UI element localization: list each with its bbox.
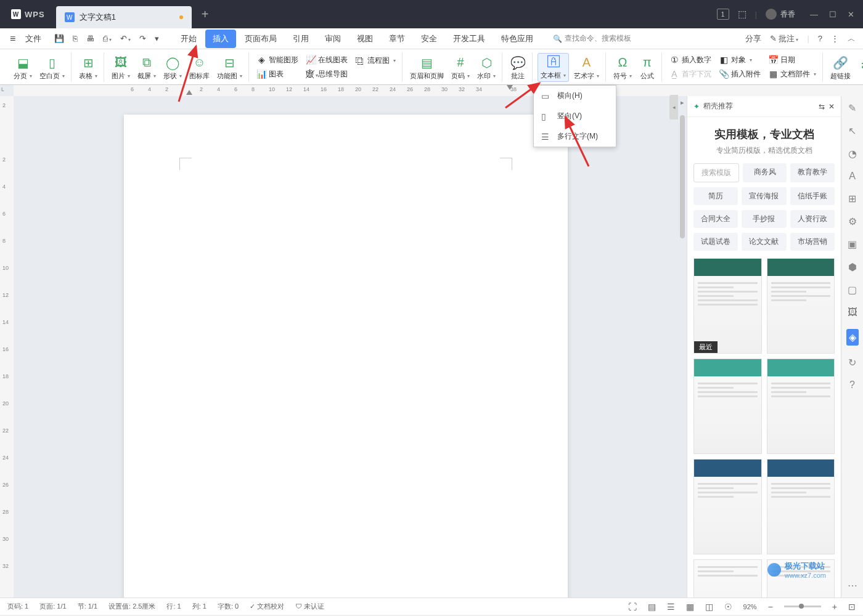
undo-icon[interactable]: ↶ bbox=[118, 32, 133, 45]
shapes-button[interactable]: ◯形状 bbox=[161, 54, 184, 82]
status-proof[interactable]: ✓ 文档校对 bbox=[250, 602, 284, 611]
scrollbar-vertical[interactable]: ▸ bbox=[678, 96, 687, 598]
view-web-icon[interactable]: ▦ bbox=[686, 602, 694, 612]
status-setting[interactable]: 设置值: 2.5厘米 bbox=[108, 602, 155, 611]
page-number-button[interactable]: #页码 bbox=[449, 54, 472, 82]
view-page-icon[interactable]: ▤ bbox=[648, 602, 656, 612]
status-words[interactable]: 字数: 0 bbox=[218, 602, 239, 611]
panel-close-icon[interactable]: ✕ bbox=[828, 102, 835, 111]
cat-resume[interactable]: 简历 bbox=[693, 187, 738, 205]
select-tool-icon[interactable]: ↖ bbox=[848, 125, 856, 137]
ruler-horizontal[interactable]: 64224681012141618202224262830323438 bbox=[14, 85, 863, 96]
maximize-button[interactable]: ☐ bbox=[829, 10, 836, 19]
blank-page-button[interactable]: ▯空白页 bbox=[37, 54, 67, 82]
close-button[interactable]: ✕ bbox=[848, 10, 854, 19]
minimize-button[interactable]: — bbox=[810, 10, 818, 19]
share-button[interactable]: 分享 bbox=[745, 33, 761, 44]
online-chart-button[interactable]: 📈在线图表 bbox=[303, 54, 350, 67]
cat-business[interactable]: 商务风 bbox=[743, 163, 787, 182]
template-item[interactable] bbox=[767, 459, 835, 554]
tab-security[interactable]: 安全 bbox=[414, 30, 444, 48]
cat-exam[interactable]: 试题试卷 bbox=[693, 233, 738, 251]
tab-start[interactable]: 开始 bbox=[173, 30, 204, 48]
image-tool-icon[interactable]: 🖼 bbox=[848, 307, 857, 318]
page[interactable] bbox=[124, 115, 568, 598]
badge-count[interactable]: 1 bbox=[717, 9, 729, 20]
cat-contracts[interactable]: 合同大全 bbox=[693, 210, 738, 228]
doc-parts-button[interactable]: ▦文档部件 bbox=[766, 68, 819, 81]
edit-tool-icon[interactable]: ✎ bbox=[848, 102, 856, 114]
redo-icon[interactable]: ↷ bbox=[137, 32, 148, 45]
frame-tool-icon[interactable]: ▢ bbox=[848, 284, 857, 296]
tab-references[interactable]: 引用 bbox=[285, 30, 316, 48]
focus-mode-icon[interactable]: ⛶ bbox=[628, 602, 637, 612]
more-button[interactable]: ⇄ bbox=[856, 56, 863, 82]
template-item[interactable] bbox=[767, 359, 835, 454]
chart-button[interactable]: 📊图表 bbox=[254, 68, 301, 81]
textbox-multiline-item[interactable]: ☰ 多行文字(M) bbox=[534, 126, 616, 147]
ruler-vertical[interactable]: 22468101214161820222426283032 bbox=[0, 96, 14, 598]
table-button[interactable]: ⊞表格 bbox=[76, 54, 100, 82]
eye-protect-icon[interactable]: ☉ bbox=[724, 602, 732, 612]
status-pagecode[interactable]: 页码: 1 bbox=[7, 602, 28, 611]
tab-view[interactable]: 视图 bbox=[350, 30, 380, 48]
document-tab[interactable]: W 文字文稿1 bbox=[56, 6, 192, 28]
options-button[interactable]: ⋮ bbox=[831, 34, 839, 43]
status-col[interactable]: 列: 1 bbox=[192, 602, 207, 611]
annotate-button[interactable]: ✎ 批注 bbox=[770, 33, 799, 44]
scroll-thumb[interactable] bbox=[680, 115, 685, 238]
search-tool-icon[interactable]: ▣ bbox=[848, 238, 857, 250]
template-item[interactable] bbox=[693, 559, 762, 598]
help-button[interactable]: ? bbox=[818, 34, 822, 43]
feature-chart-button[interactable]: ⊟功能图 bbox=[215, 54, 245, 82]
print-direct-icon[interactable]: ⎙ bbox=[101, 32, 113, 45]
file-menu[interactable]: 文件 bbox=[20, 31, 46, 47]
reading-mode-icon[interactable]: ◫ bbox=[705, 602, 713, 612]
symbol-button[interactable]: Ω符号 bbox=[611, 54, 634, 82]
template-item[interactable] bbox=[767, 559, 835, 598]
tab-special[interactable]: 特色应用 bbox=[494, 30, 541, 48]
settings-tool-icon[interactable]: ⚙ bbox=[848, 216, 857, 227]
status-cert[interactable]: 🛡 未认证 bbox=[295, 602, 324, 611]
textbox-vertical-item[interactable]: ▯ 竖向(V) bbox=[534, 106, 616, 126]
template-tool-icon[interactable]: ◈ bbox=[846, 329, 859, 346]
hamburger-icon[interactable]: ≡ bbox=[7, 31, 18, 47]
textbox-horizontal-item[interactable]: ▭ 横向(H) bbox=[534, 86, 616, 106]
attachment-button[interactable]: 📎插入附件 bbox=[716, 68, 763, 81]
cat-thesis[interactable]: 论文文献 bbox=[742, 233, 786, 251]
qat-more[interactable]: ▾ bbox=[153, 32, 161, 45]
hyperlink-button[interactable]: 🔗超链接 bbox=[828, 54, 853, 82]
cat-poster[interactable]: 宣传海报 bbox=[742, 187, 786, 205]
mindmap-button[interactable]: 🕸思维导图 bbox=[303, 68, 350, 81]
more-tools-icon[interactable]: ⋯ bbox=[848, 580, 857, 591]
style-tool-icon[interactable]: A bbox=[849, 171, 856, 182]
indent-marker-first[interactable] bbox=[186, 90, 192, 95]
cat-marketing[interactable]: 市场营销 bbox=[790, 233, 835, 251]
collapse-ribbon-button[interactable]: ︿ bbox=[848, 33, 856, 44]
wordart-button[interactable]: A艺术字 bbox=[571, 54, 602, 82]
template-item[interactable] bbox=[693, 459, 762, 554]
zoom-slider[interactable] bbox=[784, 606, 821, 607]
template-item[interactable]: 最近 bbox=[693, 258, 762, 354]
tab-pagelayout[interactable]: 页面布局 bbox=[237, 30, 284, 48]
status-section[interactable]: 节: 1/1 bbox=[78, 602, 97, 611]
smart-graphic-button[interactable]: ◈智能图形 bbox=[254, 54, 301, 67]
cat-education[interactable]: 教育教学 bbox=[790, 163, 835, 182]
template-item[interactable] bbox=[693, 359, 762, 454]
tab-review[interactable]: 审阅 bbox=[317, 30, 348, 48]
command-search[interactable]: 🔍 查找命令、搜索模板 bbox=[553, 33, 631, 44]
view-outline-icon[interactable]: ☰ bbox=[667, 602, 675, 612]
panel-collapse-handle[interactable]: ◂ bbox=[669, 95, 678, 120]
comment-button[interactable]: 💬批注 bbox=[507, 54, 528, 82]
tab-developer[interactable]: 开发工具 bbox=[446, 30, 493, 48]
date-button[interactable]: 📅日期 bbox=[766, 54, 819, 67]
equation-button[interactable]: π公式 bbox=[637, 54, 658, 82]
print-icon[interactable]: 🖶 bbox=[84, 32, 96, 45]
cat-handout[interactable]: 手抄报 bbox=[742, 210, 786, 228]
watermark-button[interactable]: ⬡水印 bbox=[475, 54, 498, 82]
layout-tool-icon[interactable]: ⊞ bbox=[848, 193, 856, 205]
print-preview-icon[interactable]: ⎘ bbox=[71, 32, 80, 45]
user-area[interactable]: 香香 bbox=[766, 9, 795, 20]
drop-cap-button[interactable]: A̲首字下沉 bbox=[667, 68, 714, 81]
apparel-icon[interactable]: ⬚ bbox=[738, 9, 746, 20]
